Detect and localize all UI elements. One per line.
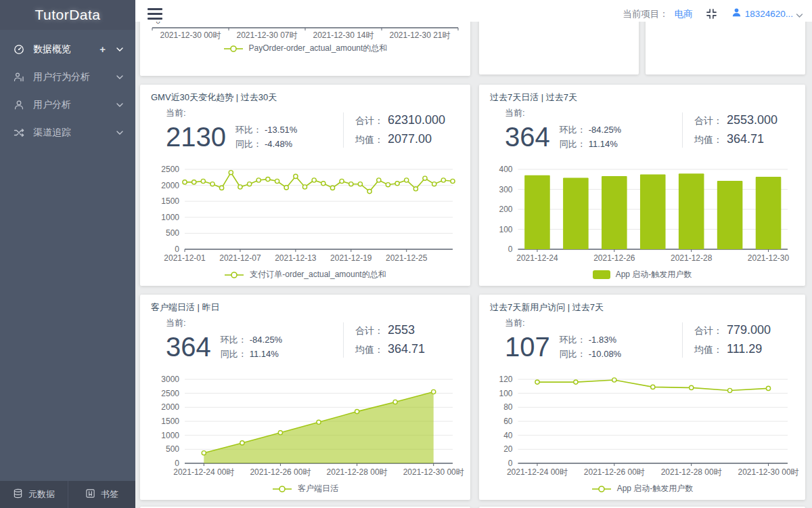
chart-legend[interactable]: App 启动-触发用户数	[490, 483, 794, 494]
hb-value: -1.83%	[589, 335, 616, 345]
kpi-stats: 当前: 364 环比：-84.25% 同比：11.14% 合计：2553.000…	[490, 107, 794, 164]
hb-label: 环比：	[560, 335, 586, 345]
tb-value: -4.48%	[265, 139, 292, 149]
card-dau-7days: 过去7天日活 | 过去7天 当前: 364 环比：-84.25% 同比：11.1…	[479, 85, 805, 286]
sidebar-item-label: 数据概览	[33, 43, 99, 56]
dashboard-grid: 02021-12-30 00时2021-12-30 07时2021-12-30 …	[135, 22, 812, 508]
avg-label: 均值：	[694, 344, 723, 355]
kpi-stats: 当前: 364 环比：-84.25% 同比：11.14% 合计：2553 均值：…	[151, 317, 459, 374]
svg-text:100: 100	[499, 225, 512, 234]
total-value: 779.000	[727, 323, 771, 337]
chart-legend[interactable]: 支付订单-order_actual_amount的总和	[151, 269, 459, 280]
stats-divider	[343, 322, 344, 358]
svg-text:1000: 1000	[161, 213, 179, 222]
stats-divider	[343, 112, 344, 148]
dau-bar-chart[interactable]: 01002003004002021-12-242021-12-262021-12…	[490, 164, 794, 266]
payorder-hourly-axis[interactable]: 02021-12-30 00时2021-12-30 07时2021-12-30 …	[151, 23, 459, 39]
card-title: GMV近30天变化趋势 | 过去30天	[151, 91, 459, 104]
avg-value: 364.71	[388, 342, 425, 356]
current-project-label: 当前项目：	[623, 8, 669, 20]
svg-text:1500: 1500	[161, 196, 179, 206]
bookmark-label: 书签	[101, 488, 118, 501]
card-partial-2	[479, 22, 639, 75]
chart-legend[interactable]: 客户端日活	[151, 483, 459, 494]
sidebar-item-user-analysis[interactable]: 用户分析	[0, 91, 135, 119]
hb-value: -84.25%	[589, 125, 621, 135]
svg-text:2021-12-26 00时: 2021-12-26 00时	[250, 467, 311, 477]
dashboard-icon	[14, 44, 24, 55]
current-value: 2130	[166, 119, 226, 154]
total-label: 合计：	[355, 115, 384, 126]
svg-text:2021-12-01: 2021-12-01	[164, 253, 206, 263]
add-dashboard-icon[interactable]: +	[99, 43, 106, 55]
hb-label: 环比：	[221, 335, 247, 345]
hb-label: 环比：	[560, 125, 586, 135]
chevron-down-icon[interactable]	[116, 47, 123, 51]
top-header: 当前项目： 电商 18324620...	[135, 0, 812, 22]
line-legend-marker	[591, 486, 612, 492]
hamburger-menu-icon[interactable]	[148, 8, 162, 20]
svg-text:0: 0	[508, 459, 513, 468]
svg-text:120: 120	[499, 375, 512, 384]
metadata-button[interactable]: 元数据	[0, 481, 68, 508]
card-new-users: 过去7天新用户访问 | 过去7天 当前: 107 环比：-1.83% 同比：-1…	[479, 295, 805, 500]
tb-value: 11.14%	[250, 349, 279, 359]
card-partial-3	[646, 22, 805, 75]
user-activity-icon	[14, 72, 24, 83]
chevron-down-icon[interactable]	[116, 75, 123, 79]
bar-legend-marker	[593, 270, 610, 279]
chevron-down-icon[interactable]	[116, 103, 123, 107]
sidebar-item-label: 用户行为分析	[33, 71, 116, 83]
stats-divider	[682, 322, 683, 358]
svg-text:2021-12-26 00时: 2021-12-26 00时	[584, 467, 645, 477]
svg-text:0: 0	[508, 245, 513, 254]
hb-label: 环比：	[235, 125, 262, 135]
avg-label: 均值：	[355, 134, 384, 145]
total-value: 2553	[388, 323, 415, 337]
total-label: 合计：	[694, 325, 723, 336]
svg-text:2000: 2000	[161, 181, 179, 190]
svg-text:300: 300	[499, 185, 512, 194]
svg-text:2021-12-24 00时: 2021-12-24 00时	[507, 467, 568, 477]
svg-text:40: 40	[503, 431, 513, 440]
svg-text:60: 60	[503, 417, 513, 426]
new-users-line-chart[interactable]: 0204060801001202021-12-24 00时2021-12-26 …	[490, 374, 794, 480]
sidebar-item-channel-tracking[interactable]: 渠道追踪	[0, 119, 135, 146]
tb-label: 同比：	[221, 349, 247, 359]
sidebar-item-user-behavior[interactable]: 用户行为分析	[0, 63, 135, 91]
card-title: 客户端日活 | 昨日	[151, 301, 459, 314]
svg-text:1000: 1000	[161, 431, 179, 440]
svg-text:400: 400	[499, 165, 512, 174]
svg-text:2021-12-30 00时: 2021-12-30 00时	[738, 467, 798, 477]
current-value: 364	[166, 329, 211, 364]
svg-text:0: 0	[175, 459, 179, 468]
user-menu[interactable]: 18324620...	[731, 7, 803, 20]
gmv-line-chart[interactable]: 050010001500200025002021-12-012021-12-07…	[151, 164, 459, 266]
svg-text:2021-12-30 00时: 2021-12-30 00时	[160, 30, 221, 40]
svg-text:2500: 2500	[161, 389, 179, 398]
line-legend-marker	[224, 272, 244, 278]
kpi-stats: 当前: 2130 环比：-13.51% 同比：-4.48% 合计：62310.0…	[151, 107, 459, 164]
chart-legend[interactable]: App 启动-触发用户数	[490, 269, 794, 280]
chart-legend[interactable]: PayOrder-order_actual_amount的总和	[151, 43, 459, 54]
sidebar-item-data-overview[interactable]: 数据概览 +	[0, 35, 135, 63]
svg-text:3000: 3000	[161, 375, 179, 384]
svg-text:2021-12-28 00时: 2021-12-28 00时	[327, 467, 388, 477]
total-label: 合计：	[355, 325, 384, 336]
avg-label: 均值：	[355, 344, 384, 355]
client-dau-area-chart[interactable]: 0500100015002000250030002021-12-24 00时20…	[151, 374, 459, 480]
chevron-down-icon[interactable]	[116, 131, 123, 135]
app-logo: TutorData	[0, 0, 135, 30]
line-legend-marker	[272, 486, 292, 492]
sidebar: TutorData 数据概览 + 用户行为分析 用户分析	[0, 0, 135, 508]
channel-icon	[14, 127, 24, 138]
fullscreen-icon[interactable]	[706, 8, 717, 20]
sidebar-menu: 数据概览 + 用户行为分析 用户分析	[0, 30, 135, 146]
card-gmv-trend: GMV近30天变化趋势 | 过去30天 当前: 2130 环比：-13.51% …	[140, 85, 470, 286]
current-project-name[interactable]: 电商	[675, 8, 693, 20]
bookmark-button[interactable]: 书签	[68, 481, 135, 508]
svg-text:500: 500	[166, 228, 179, 238]
caret-down-icon	[796, 8, 803, 20]
database-icon	[13, 488, 23, 501]
svg-text:2021-12-30 21时: 2021-12-30 21时	[389, 30, 450, 40]
